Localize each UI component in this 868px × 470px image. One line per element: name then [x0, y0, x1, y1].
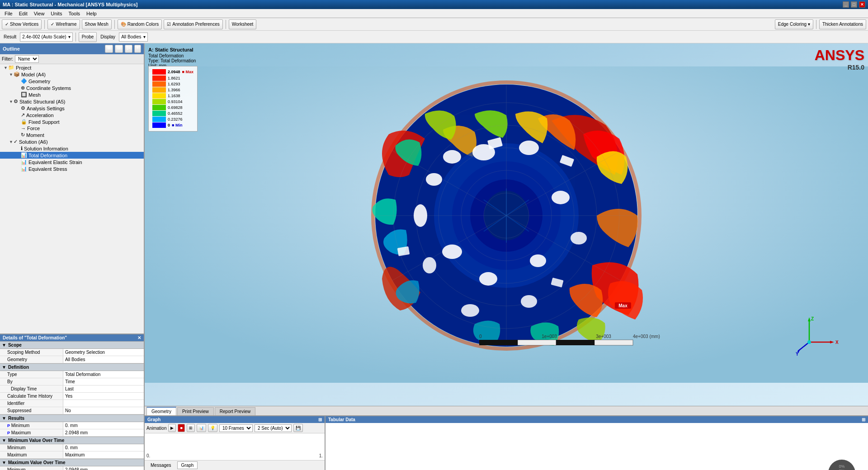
acceleration-icon: ↗	[21, 112, 25, 118]
results-row-1: P Minimum 0. mm	[0, 422, 144, 429]
menu-view[interactable]: View	[31, 10, 47, 17]
expand-icon[interactable]: ▼	[9, 99, 14, 104]
light-button[interactable]: 💡	[208, 424, 217, 432]
tree-item-fixed-support[interactable]: 🔒 Fixed Support	[0, 118, 144, 125]
legend-color-1	[152, 75, 166, 81]
collapse-icon[interactable]: ▼	[2, 365, 6, 370]
worksheet-button[interactable]: Worksheet	[229, 19, 257, 29]
tab-geometry[interactable]: Geometry	[146, 407, 176, 415]
display-dropdown[interactable]: All Bodies ▾	[119, 33, 147, 42]
graph-toolbar: Animation ▶ ■ ⊞ 📊 💡 10 Frames 2 Sec (Aut…	[145, 423, 325, 433]
tree-item-force[interactable]: → Force	[0, 125, 144, 132]
outline-btn-3[interactable]: ▷	[125, 45, 132, 53]
duration-select[interactable]: 2 Sec (Auto)	[255, 424, 292, 432]
svg-point-21	[443, 150, 461, 164]
legend-color-min	[152, 122, 166, 128]
details-header: Details of "Total Deformation" ✕	[0, 334, 144, 341]
separator	[816, 20, 816, 29]
maximize-button[interactable]: □	[851, 1, 857, 8]
tree-item-total-deformation[interactable]: 📊 Total Deformation	[0, 152, 144, 159]
export-button[interactable]: 💾	[293, 424, 303, 432]
minimize-button[interactable]: _	[843, 1, 849, 8]
random-colors-button[interactable]: 🎨 Random Colors	[118, 19, 162, 29]
tree-item-model[interactable]: ▼ 📦 Model (A4)	[0, 71, 144, 78]
menu-tools[interactable]: Tools	[66, 10, 83, 17]
filter-select[interactable]: Name	[15, 55, 39, 63]
close-button[interactable]: ✕	[859, 1, 865, 8]
svg-text:Y: Y	[796, 352, 799, 357]
moment-icon: ↻	[21, 132, 25, 138]
thicken-annotations-button[interactable]: Thicken Annotations	[819, 19, 866, 29]
result-dropdown[interactable]: 2.4e-002 (Auto Scale) ▾	[20, 33, 72, 42]
tree-item-acceleration[interactable]: ↗ Acceleration	[0, 112, 144, 118]
tree-item-solution-information[interactable]: ℹ Solution Information	[0, 145, 144, 152]
animation-label: Animation	[146, 426, 166, 431]
menu-file[interactable]: File	[2, 10, 15, 17]
frames-select[interactable]: 10 Frames	[219, 424, 253, 432]
legend-val-3: 1.3966	[168, 88, 180, 92]
tabular-undock[interactable]: ⊞	[862, 417, 865, 422]
wireframe-button[interactable]: ✓ Wireframe	[47, 19, 80, 29]
menu-help[interactable]: Help	[84, 10, 99, 17]
tab-report-preview[interactable]: Report Preview	[215, 407, 255, 415]
expand-icon[interactable]: ▼	[9, 140, 14, 144]
legend-row-6: 0.69828	[152, 105, 193, 110]
legend-val-5: 0.93104	[168, 99, 183, 104]
outline-controls[interactable]: ⊞ ⊟ ▷ +	[105, 45, 141, 53]
tree-item-coordinate[interactable]: ⊕ Coordinate Systems	[0, 85, 144, 91]
svg-text:3e+003: 3e+003	[596, 334, 611, 339]
graph-undock[interactable]: ⊞	[318, 417, 322, 422]
annotation-preferences-button[interactable]: ☑ Annotation Preferences	[164, 19, 223, 29]
menu-units[interactable]: Units	[48, 10, 65, 17]
graph-axis-zero: 0.	[146, 453, 150, 458]
edge-coloring-button[interactable]: Edge Coloring ▾	[775, 19, 813, 29]
tree-item-elastic-strain[interactable]: 📊 Equivalent Elastic Strain	[0, 159, 144, 165]
tree-item-static-structural[interactable]: ▼ ⚙ Static Structural (A5)	[0, 98, 144, 105]
collapse-icon[interactable]: ▼	[2, 438, 6, 443]
title-text: MA : Static Structural - Mechanical [ANS…	[3, 2, 137, 7]
tree-item-solution[interactable]: ▼ ✓ Solution (A6)	[0, 138, 144, 145]
graph-axis-one: 1.	[319, 453, 323, 458]
collapse-icon[interactable]: ▼	[2, 416, 6, 421]
tab-print-preview[interactable]: Print Preview	[177, 407, 214, 415]
legend-color-max	[152, 69, 166, 75]
min-time-row-1: Minimum 0. mm	[0, 444, 144, 451]
tree-item-analysis-settings[interactable]: ⚙ Analysis Settings	[0, 105, 144, 112]
svg-rect-40	[594, 340, 633, 345]
chart-button[interactable]: 📊	[197, 424, 206, 432]
check-icon: ✓	[51, 22, 54, 27]
tree-item-equivalent-stress[interactable]: 📊 Equivalent Stress	[0, 165, 144, 172]
geometry-icon: 🔷	[21, 78, 27, 84]
window-controls[interactable]: _ □ ✕	[843, 1, 865, 8]
collapse-icon[interactable]: ▼	[2, 343, 6, 348]
svg-rect-37	[479, 340, 518, 345]
outline-btn-1[interactable]: ⊞	[105, 45, 113, 53]
expand-icon[interactable]: ▼	[9, 72, 14, 77]
palette-icon: 🎨	[121, 22, 126, 27]
legend-val-7: 0.46552	[168, 111, 183, 116]
tree-item-mesh[interactable]: 🔲 Mesh	[0, 91, 144, 98]
probe-button[interactable]: Probe	[79, 32, 97, 42]
collapse-icon[interactable]: ▼	[2, 460, 6, 465]
show-mesh-button[interactable]: Show Mesh	[82, 19, 112, 29]
frame-view-button[interactable]: ⊞	[187, 424, 195, 432]
details-close[interactable]: ✕	[137, 335, 141, 340]
msg-tab-messages[interactable]: Messages	[146, 461, 175, 469]
expand-icon[interactable]: ▼	[4, 66, 8, 70]
menu-edit[interactable]: Edit	[16, 10, 30, 17]
solution-icon: ✓	[14, 139, 18, 145]
msg-tab-graph[interactable]: Graph	[177, 461, 198, 469]
result-type: Total Deformation	[148, 53, 196, 58]
outline-btn-2[interactable]: ⊟	[115, 45, 123, 53]
viewport[interactable]: Max 0 1e+003 3e+003 4e+003 (mm)	[145, 43, 868, 406]
tree-item-geometry[interactable]: 🔷 Geometry	[0, 78, 144, 85]
def-row-5: Identifier	[0, 400, 144, 407]
show-vertices-button[interactable]: ✓ Show Vertices	[2, 19, 42, 29]
outline-btn-4[interactable]: +	[134, 45, 141, 53]
play-button[interactable]: ▶	[168, 424, 176, 432]
tree-item-moment[interactable]: ↻ Moment	[0, 132, 144, 138]
svg-point-31	[521, 295, 537, 308]
tree-item-project[interactable]: ▼ 📁 Project	[0, 64, 144, 71]
display-label: Display	[99, 34, 117, 39]
stop-button[interactable]: ■	[178, 424, 184, 432]
